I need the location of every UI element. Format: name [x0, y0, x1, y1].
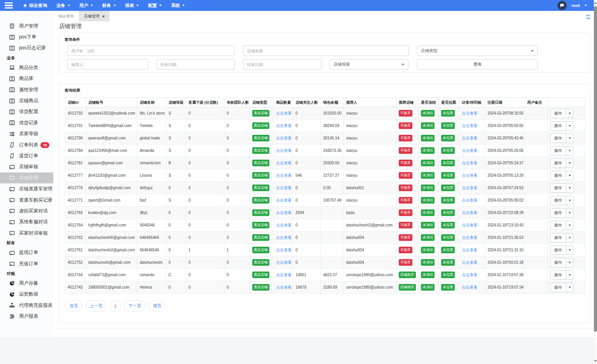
- sidebar-item-19[interactable]: 买家对话审核: [0, 228, 53, 239]
- scroll-down-icon[interactable]: [594, 360, 597, 362]
- sidebar-item-17[interactable]: 虚拟买家对话: [0, 206, 53, 216]
- operation-button[interactable]: 操作: [550, 196, 566, 205]
- operation-dropdown-toggle[interactable]: [566, 171, 573, 180]
- view-link[interactable]: 点击查看: [276, 111, 292, 115]
- view-link[interactable]: 点击查看: [462, 186, 477, 190]
- tab-summary-query[interactable]: 综合查询: [53, 11, 79, 21]
- vertical-scrollbar[interactable]: [594, 0, 597, 364]
- sidebar-item-5[interactable]: 商品库: [0, 73, 53, 84]
- scrollbar-thumb[interactable]: [594, 6, 597, 332]
- operation-dropdown-toggle[interactable]: [566, 159, 573, 167]
- pagination-button-0[interactable]: 首页: [65, 300, 82, 312]
- nav-item-1[interactable]: 业务: [52, 0, 75, 11]
- operation-button[interactable]: 操作: [550, 209, 566, 217]
- view-link[interactable]: 点击查看: [276, 260, 292, 265]
- view-link[interactable]: 点击查看: [276, 211, 292, 215]
- view-link[interactable]: 点击查看: [462, 223, 477, 227]
- operation-button[interactable]: 操作: [550, 184, 566, 192]
- pagination-button-4[interactable]: 尾页: [148, 300, 166, 312]
- operation-dropdown-toggle[interactable]: [566, 209, 573, 217]
- operation-button[interactable]: 操作: [550, 271, 566, 279]
- view-link[interactable]: 点击查看: [276, 248, 292, 252]
- sidebar-item-11[interactable]: 订单列表70: [0, 139, 53, 150]
- end-date-input[interactable]: [243, 59, 321, 70]
- view-link[interactable]: 点击查看: [462, 111, 477, 115]
- referrer-input[interactable]: [67, 59, 148, 70]
- sidebar-item-8[interactable]: 借贷配置: [0, 106, 53, 117]
- operation-dropdown-toggle[interactable]: [566, 271, 573, 279]
- operation-button[interactable]: 操作: [550, 246, 566, 254]
- operation-dropdown-toggle[interactable]: [566, 196, 573, 205]
- user-name[interactable]: root: [571, 3, 580, 8]
- operation-dropdown-toggle[interactable]: [566, 283, 573, 292]
- close-icon[interactable]: ×: [102, 14, 105, 19]
- sidebar-item-24[interactable]: 用户存量: [0, 278, 53, 289]
- nav-item-6[interactable]: 系统: [166, 0, 189, 11]
- view-link[interactable]: 点击查看: [462, 136, 477, 140]
- sidebar-item-18[interactable]: 系统客服对话: [0, 217, 53, 228]
- sidebar-item-13[interactable]: 店铺审核: [0, 162, 53, 172]
- start-date-input[interactable]: [156, 59, 235, 70]
- nav-item-2[interactable]: 用户: [75, 0, 98, 11]
- view-link[interactable]: 点击查看: [462, 273, 477, 277]
- operation-dropdown-toggle[interactable]: [566, 109, 573, 118]
- view-link[interactable]: 点击查看: [276, 136, 292, 140]
- sidebar-item-12[interactable]: 退货订单: [0, 150, 53, 161]
- operation-dropdown-toggle[interactable]: [566, 221, 573, 230]
- operation-button[interactable]: 操作: [550, 171, 566, 180]
- operation-button[interactable]: 操作: [550, 221, 566, 230]
- sidebar-item-2[interactable]: pos日志记录: [0, 43, 53, 54]
- sidebar-item-0[interactable]: 用户管理: [0, 21, 53, 31]
- view-link[interactable]: 点击查看: [276, 223, 292, 227]
- nav-item-0[interactable]: 综合查询: [18, 0, 52, 11]
- operation-dropdown-toggle[interactable]: [566, 246, 573, 254]
- operation-button[interactable]: 操作: [550, 109, 566, 118]
- operation-dropdown-toggle[interactable]: [566, 146, 573, 155]
- view-link[interactable]: 点击查看: [276, 273, 292, 277]
- view-link[interactable]: 点击查看: [276, 198, 292, 202]
- user-caret-icon[interactable]: [585, 5, 587, 6]
- sidebar-item-25[interactable]: 运营数据: [0, 289, 53, 300]
- view-link[interactable]: 点击查看: [462, 198, 477, 202]
- operation-dropdown-toggle[interactable]: [566, 258, 573, 267]
- hamburger-menu-icon[interactable]: [5, 2, 13, 9]
- operation-button[interactable]: 操作: [550, 159, 566, 167]
- shop-level-select[interactable]: 店铺等级: [330, 59, 408, 70]
- view-link[interactable]: 点击查看: [462, 173, 477, 178]
- pagination-button-3[interactable]: 下一页: [124, 300, 145, 312]
- refresh-icon[interactable]: [586, 14, 591, 19]
- sidebar-item-10[interactable]: 卖家等级: [0, 129, 53, 139]
- view-link[interactable]: 点击查看: [276, 148, 292, 153]
- tab-shop-management[interactable]: 店铺管理×: [79, 11, 110, 21]
- operation-button[interactable]: 操作: [550, 233, 566, 242]
- sidebar-item-22[interactable]: 充值订单: [0, 258, 53, 269]
- view-link[interactable]: 点击查看: [276, 285, 292, 289]
- view-link[interactable]: 点击查看: [462, 124, 477, 128]
- operation-dropdown-toggle[interactable]: [566, 184, 573, 192]
- view-link[interactable]: 点击查看: [276, 173, 292, 178]
- view-link[interactable]: 点击查看: [276, 186, 292, 190]
- view-link[interactable]: 点击查看: [462, 148, 477, 153]
- view-link[interactable]: 点击查看: [462, 161, 477, 165]
- nav-item-3[interactable]: 财务: [98, 0, 120, 11]
- shop-type-select[interactable]: 店铺类型: [417, 45, 538, 56]
- view-link[interactable]: 点击查看: [276, 235, 292, 240]
- sidebar-item-7[interactable]: 店铺商品: [0, 95, 53, 106]
- sidebar-item-4[interactable]: 商品分类: [0, 62, 53, 73]
- operation-button[interactable]: 操作: [550, 122, 566, 130]
- sidebar-item-15[interactable]: 店铺直通车管理: [0, 183, 53, 194]
- sidebar-item-21[interactable]: 提现订单: [0, 247, 53, 258]
- pagination-button-2[interactable]: 1: [110, 300, 121, 312]
- shop-name-input[interactable]: [243, 45, 409, 56]
- username-uid-input[interactable]: [67, 45, 235, 56]
- chat-button[interactable]: [557, 1, 567, 10]
- sidebar-item-27[interactable]: 用户报表: [0, 311, 53, 322]
- operation-dropdown-toggle[interactable]: [566, 134, 573, 143]
- operation-dropdown-toggle[interactable]: [566, 122, 573, 130]
- sidebar-item-16[interactable]: 直通车购买记录: [0, 195, 53, 206]
- operation-dropdown-toggle[interactable]: [566, 233, 573, 242]
- view-link[interactable]: 点击查看: [462, 248, 477, 252]
- nav-item-4[interactable]: 报表: [120, 0, 143, 11]
- scroll-up-icon[interactable]: [594, 2, 597, 4]
- nav-item-5[interactable]: 配置: [143, 0, 166, 11]
